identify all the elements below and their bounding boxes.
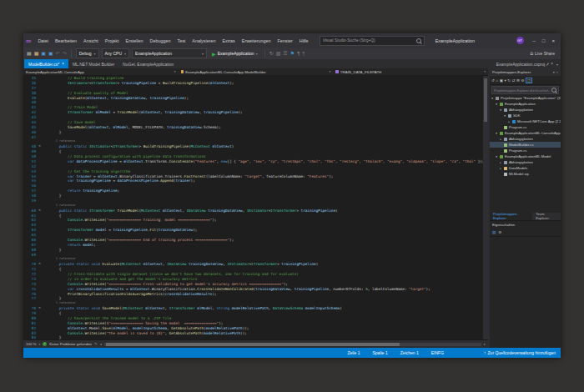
undo-icon[interactable]: ↶ — [56, 50, 60, 57]
chevron-down-icon: ▾ — [174, 70, 176, 73]
add-to-source-control-button[interactable]: ↑ Zur Quellcodeverwaltung hinzufügen — [484, 350, 556, 355]
tree-item-exampleapplication[interactable]: ▾ExampleApplication — [490, 101, 561, 107]
health-indicator-icon[interactable]: ✓ — [43, 342, 47, 346]
menu-item-extras[interactable]: Extras — [219, 38, 239, 43]
solution-root-node[interactable]: ▾ Projektmappe "ExampleApplication" (3 v… — [490, 95, 561, 101]
menu-item-debuggen[interactable]: Debuggen — [147, 38, 174, 43]
solution-search-box[interactable]: Projektmappen-Explorer durchsuchen (Strg… — [491, 86, 559, 94]
chevron-right-icon[interactable]: ▸ — [499, 167, 502, 170]
tree-item-abh-ngigkeiten[interactable]: ▸Abhängigkeiten — [490, 159, 561, 165]
tree-item-program-cs[interactable]: Program.cs — [490, 148, 561, 153]
show-all-files-icon[interactable]: ◫ — [526, 78, 532, 83]
main-area: ExampleApplicationML.ConsoleApp▾ExampleA… — [23, 68, 561, 348]
attach-debugger-icon[interactable]: ▥ — [276, 50, 281, 57]
refresh-icon[interactable]: ↻ — [269, 50, 274, 57]
menu-item-fenster[interactable]: Fenster — [274, 38, 296, 43]
problems-status[interactable]: Keine Probleme gefunden — [49, 342, 92, 346]
outline-icon[interactable]: ☰ — [283, 50, 287, 57]
editor-vertical-scrollbar[interactable] — [483, 76, 488, 340]
maximize-button[interactable]: □ — [542, 38, 546, 43]
tab-nuget-exampleapplication[interactable]: NuGet: ExampleApplication — [118, 59, 178, 68]
solution-configuration-dropdown[interactable]: Debug ▾ — [76, 48, 99, 58]
tree-item-abh-ngigkeiten[interactable]: ▸Abhängigkeiten — [490, 136, 561, 142]
menu-item-projekt[interactable]: Projekt — [102, 38, 123, 43]
tab-modelbuilder-cs[interactable]: ModelBuilder.cs*× — [24, 59, 68, 68]
startup-project-dropdown[interactable]: ExampleApplication ▾ — [132, 48, 207, 58]
whitespace-icon[interactable]: ¶ — [297, 50, 300, 57]
code-editor[interactable]: 35 // Build training pipeline36 IEstimat… — [23, 76, 483, 340]
menu-item-erstellen[interactable]: Erstellen — [123, 38, 147, 43]
home-icon[interactable]: ⌂ — [496, 78, 498, 83]
window-position-icon[interactable]: ▾ — [553, 70, 555, 74]
save-icon[interactable]: ▣ — [41, 50, 46, 57]
menu-item-bearbeiten[interactable]: Bearbeiten — [52, 38, 80, 43]
alphabetical-icon[interactable]: ⚙ — [498, 230, 501, 234]
run-button[interactable]: ▶ ExampleApplication ▾ — [209, 51, 260, 57]
close-button[interactable]: × — [551, 38, 555, 43]
close-icon[interactable]: × — [551, 62, 553, 66]
formatting-icon[interactable]: ¶ — [302, 50, 305, 57]
new-project-icon[interactable]: ▤ — [27, 50, 32, 57]
refresh-icon[interactable]: ↻ — [507, 78, 511, 83]
tree-item-abh-ngigkeiten[interactable]: ▾Abhängigkeiten — [490, 107, 561, 113]
tree-item-program-cs[interactable]: Program.cs — [490, 124, 561, 130]
open-documents-dropdown-icon[interactable]: ▾ — [556, 63, 561, 68]
chevron-right-icon[interactable]: ▸ — [507, 120, 511, 123]
tree-item-sdk[interactable]: ▾SDK — [490, 113, 561, 118]
scrollbar-thumb[interactable] — [106, 343, 400, 346]
tree-item-datamodels[interactable]: ▸DataModels — [490, 165, 561, 171]
avatar[interactable]: GT — [516, 37, 524, 44]
panel-tab-team-explorer[interactable]: Team Explorer — [532, 213, 561, 220]
tree-item-mlmodel-zip[interactable]: MLModel.zip — [490, 171, 561, 177]
close-icon[interactable]: × — [62, 62, 64, 66]
scroll-left-icon[interactable]: ◂ — [100, 342, 102, 346]
menu-item-test[interactable]: Test — [174, 38, 189, 43]
tree-item-exampleapplicationml-model[interactable]: ▾ExampleApplicationML.Model — [490, 153, 561, 159]
menu-item-erweiterungen[interactable]: Erweiterungen — [239, 38, 274, 43]
chevron-down-icon[interactable]: ▾ — [491, 97, 494, 100]
minimize-button[interactable]: – — [533, 38, 536, 43]
back-icon[interactable]: ↺ — [491, 78, 495, 83]
redo-icon[interactable]: ↷ — [63, 50, 67, 57]
bookmark-icon[interactable]: ⚑ — [290, 50, 295, 57]
chevron-down-icon[interactable]: ▾ — [495, 103, 498, 106]
tree-item-modelbuilder-cs[interactable]: ModelBuilder.cs — [490, 142, 561, 148]
chevron-down-icon[interactable]: ▾ — [495, 132, 498, 135]
chevron-down-icon[interactable]: ▾ — [499, 108, 502, 112]
editor-horizontal-scrollbar[interactable] — [104, 343, 481, 346]
menu-item-ansicht[interactable]: Ansicht — [80, 38, 102, 43]
open-folder-icon[interactable]: ▦ — [34, 50, 39, 57]
switch-views-icon[interactable]: ▣ — [500, 78, 503, 83]
chevron-down-icon[interactable]: ▾ — [503, 114, 506, 118]
tab-ml-net-model-builder[interactable]: ML.NET Model Builder — [68, 59, 118, 68]
scroll-right-icon[interactable]: ▸ — [484, 342, 486, 346]
chevron-down-icon[interactable]: ▾ — [495, 155, 498, 158]
properties-icon[interactable]: ⚙ — [521, 78, 524, 83]
navbar-dropdown-exampleapplicationml-consoleapp[interactable]: ExampleApplicationML.ConsoleApp▾ — [23, 68, 179, 75]
navbar-dropdown-exampleapplicationml-consoleapp-modelbuilder[interactable]: ExampleApplicationML.ConsoleApp.ModelBui… — [179, 68, 334, 75]
views-caret-icon[interactable]: ▾ — [504, 78, 506, 83]
solution-platform-dropdown[interactable]: Any CPU ▾ — [102, 48, 130, 58]
zoom-level-dropdown[interactable]: 100 % — [26, 342, 36, 346]
pin-icon[interactable] — [546, 63, 549, 66]
live-share-button[interactable]: ⧉ Live Share — [531, 51, 557, 57]
tab-exampleapplication-csproj[interactable]: ExampleApplication.csproj × — [493, 59, 556, 68]
quick-search-box[interactable]: Visual Studio-Suche (Strg+Q) — [320, 36, 425, 46]
menu-item-datei[interactable]: Datei — [34, 38, 52, 43]
categorized-icon[interactable]: ▤ — [492, 230, 496, 234]
navbar-dropdown-train-data-filepath[interactable]: TRAIN_DATA_FILEPATH▾ — [333, 68, 488, 75]
tree-item-microsoft-netcore-app-2-2-0[interactable]: ▸Microsoft.NETCore.App (2.2.0) — [490, 118, 561, 124]
visual-studio-window: ∞ DateiBearbeitenAnsichtProjektErstellen… — [23, 33, 561, 358]
menu-item-hilfe[interactable]: Hilfe — [296, 38, 312, 43]
sync-with-active-document-icon[interactable]: ⇄ — [512, 78, 516, 83]
tree-item-exampleapplicationml-consoleapp[interactable]: ▾ExampleApplicationML.ConsoleApp — [490, 130, 561, 136]
scrollbar-thumb[interactable] — [484, 78, 487, 122]
save-all-icon[interactable]: ▣ — [48, 50, 53, 57]
panel-tab-projektmappen-explorer[interactable]: Projektmappen-Explorer — [490, 213, 532, 220]
menu-item-analysieren[interactable]: Analysieren — [189, 38, 219, 43]
chevron-right-icon[interactable]: ▸ — [499, 138, 502, 141]
chevron-right-icon[interactable]: ▸ — [499, 161, 502, 164]
search-icon — [416, 38, 421, 43]
collapse-all-icon[interactable]: ⊟ — [516, 78, 520, 83]
close-icon[interactable]: × — [556, 70, 558, 74]
